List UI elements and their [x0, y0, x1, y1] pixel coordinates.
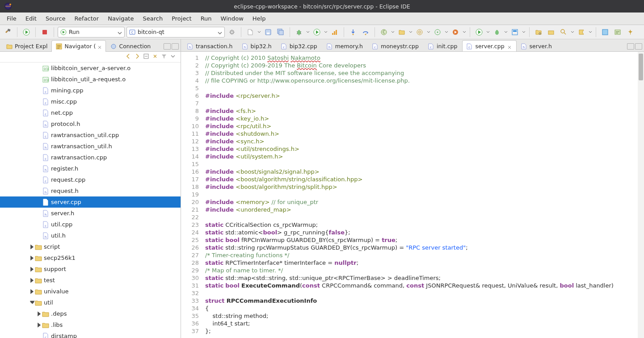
- view-menu-icon[interactable]: [170, 53, 176, 61]
- close-icon[interactable]: [97, 44, 102, 49]
- target-dropdown[interactable]: [427, 27, 430, 38]
- toggle-mark-dropdown[interactable]: [589, 27, 592, 38]
- save-button[interactable]: [263, 27, 274, 38]
- tree-twist-closed[interactable]: [29, 288, 35, 295]
- tree-twist-closed[interactable]: [29, 266, 35, 272]
- editor-tab-transaction-h[interactable]: htransaction.h: [183, 40, 238, 52]
- tree-item[interactable]: crequest.cpp: [0, 174, 181, 185]
- menu-refactor[interactable]: Refactor: [71, 13, 103, 24]
- make-target-build-dropdown[interactable]: [463, 27, 466, 38]
- tree-item[interactable]: 010libbitcoin_util_a-request.o: [0, 74, 181, 85]
- tree-item[interactable]: cnet.cpp: [0, 107, 181, 118]
- tree-item[interactable]: cserver.cpp: [0, 196, 181, 208]
- run-play-button[interactable]: [311, 27, 322, 38]
- navigator-tree[interactable]: 010libbitcoin_server_a-server.o010libbit…: [0, 63, 181, 338]
- tree-twist-closed[interactable]: [29, 244, 35, 250]
- tree-twist-closed[interactable]: [29, 255, 35, 261]
- vertical-scrollbar[interactable]: [638, 52, 644, 338]
- launch-target-combo[interactable]: c bitcoin-qt: [126, 27, 225, 38]
- editor-tab-server-cpp[interactable]: cserver.cpp: [462, 40, 516, 52]
- target-button[interactable]: [414, 27, 425, 38]
- launch-mode-combo[interactable]: Run: [58, 27, 125, 38]
- view-maximize-button[interactable]: [172, 43, 179, 50]
- menu-file[interactable]: File: [3, 13, 21, 24]
- build-hammer-button[interactable]: [3, 27, 13, 38]
- pin-editor-button[interactable]: [600, 27, 610, 38]
- view-minimize-button[interactable]: [164, 43, 171, 50]
- debug-dropdown[interactable]: [306, 27, 310, 38]
- new-cpp-class-button[interactable]: C: [379, 27, 389, 38]
- editor-tab-server-h[interactable]: hserver.h: [517, 40, 557, 52]
- new-dropdown[interactable]: [257, 27, 261, 38]
- new-button[interactable]: [245, 27, 256, 38]
- run-last-button[interactable]: [474, 27, 484, 38]
- open-element-button[interactable]: [546, 27, 556, 38]
- menu-window[interactable]: Window: [217, 13, 248, 24]
- tree-item[interactable]: test: [0, 275, 181, 286]
- tree-item[interactable]: script: [0, 241, 181, 252]
- tree-item[interactable]: univalue: [0, 286, 181, 297]
- coverage-dropdown[interactable]: [522, 27, 526, 38]
- profile-button[interactable]: [329, 27, 340, 38]
- filter-icon[interactable]: [161, 53, 167, 61]
- make-target-dropdown[interactable]: [445, 27, 448, 38]
- tree-item[interactable]: hregister.h: [0, 163, 181, 174]
- link-with-editor-icon[interactable]: [152, 53, 158, 61]
- view-tab-navigator[interactable]: Navigator (: [51, 40, 106, 52]
- editor-tab-init-cpp[interactable]: cinit.cpp: [424, 40, 462, 52]
- tree-item[interactable]: hrequest.h: [0, 185, 181, 196]
- tree-twist-closed[interactable]: [36, 322, 42, 328]
- debug-button[interactable]: [294, 27, 304, 38]
- run-last-dropdown[interactable]: [486, 27, 490, 38]
- tree-item[interactable]: cmisc.cpp: [0, 96, 181, 107]
- run-dropdown[interactable]: [324, 27, 328, 38]
- make-target-button[interactable]: [432, 27, 443, 38]
- launch-config-gear-button[interactable]: [227, 27, 237, 38]
- step-into-button[interactable]: [348, 27, 358, 38]
- editor-maximize-button[interactable]: [635, 43, 642, 50]
- menu-source[interactable]: Source: [42, 13, 70, 24]
- toggle-mark-button[interactable]: [576, 27, 587, 38]
- editor-tab-moneystr-cpp[interactable]: cmoneystr.cpp: [368, 40, 424, 52]
- debug-last-dropdown[interactable]: [504, 27, 508, 38]
- collapse-all-icon[interactable]: [143, 53, 149, 61]
- tree-item[interactable]: .libs: [0, 319, 181, 330]
- tree-item[interactable]: cutil.cpp: [0, 219, 181, 230]
- search-dropdown[interactable]: [571, 27, 574, 38]
- tree-item[interactable]: cdirstamp: [0, 330, 181, 338]
- close-icon[interactable]: [507, 44, 512, 49]
- view-tab-connection[interactable]: Connection: [106, 40, 155, 52]
- tasks-button[interactable]: [612, 27, 623, 38]
- menu-search[interactable]: Search: [139, 13, 167, 24]
- scrollbar-thumb[interactable]: [639, 54, 643, 80]
- coverage-button[interactable]: [509, 27, 520, 38]
- tree-item[interactable]: hrawtransaction_util.h: [0, 141, 181, 152]
- tree-item[interactable]: hprotocol.h: [0, 118, 181, 129]
- menu-run[interactable]: Run: [197, 13, 216, 24]
- editor-tab-memory-h[interactable]: hmemory.h: [322, 40, 368, 52]
- source-editor[interactable]: 1234567891011121314151617181920212223242…: [181, 52, 644, 338]
- search-button[interactable]: [558, 27, 569, 38]
- menu-project[interactable]: Project: [168, 13, 195, 24]
- menu-edit[interactable]: Edit: [21, 13, 41, 24]
- new-folder-dropdown[interactable]: [409, 27, 412, 38]
- view-tab-projectexpl[interactable]: Project Expl: [2, 40, 51, 52]
- tree-item[interactable]: crawtransaction_util.cpp: [0, 129, 181, 141]
- tree-item[interactable]: secp256k1: [0, 252, 181, 263]
- tree-item[interactable]: support: [0, 263, 181, 275]
- menu-help[interactable]: Help: [248, 13, 270, 24]
- save-all-button[interactable]: [275, 27, 286, 38]
- editor-minimize-button[interactable]: [627, 43, 634, 50]
- tree-twist-open[interactable]: [29, 300, 35, 306]
- back-icon[interactable]: [125, 53, 131, 61]
- menu-navigate[interactable]: Navigate: [104, 13, 138, 24]
- new-cpp-class-dropdown[interactable]: [391, 27, 395, 38]
- open-type-button[interactable]: [533, 27, 544, 38]
- step-over-button[interactable]: [360, 27, 371, 38]
- debug-last-button[interactable]: [492, 27, 502, 38]
- tree-item[interactable]: crawtransaction.cpp: [0, 152, 181, 163]
- code-content[interactable]: // Copyright (c) 2010 Satoshi Nakamoto /…: [202, 52, 644, 338]
- editor-tab-bip32-cpp[interactable]: cbip32.cpp: [277, 40, 322, 52]
- tree-item[interactable]: 010libbitcoin_server_a-server.o: [0, 63, 181, 74]
- forward-icon[interactable]: [134, 53, 140, 61]
